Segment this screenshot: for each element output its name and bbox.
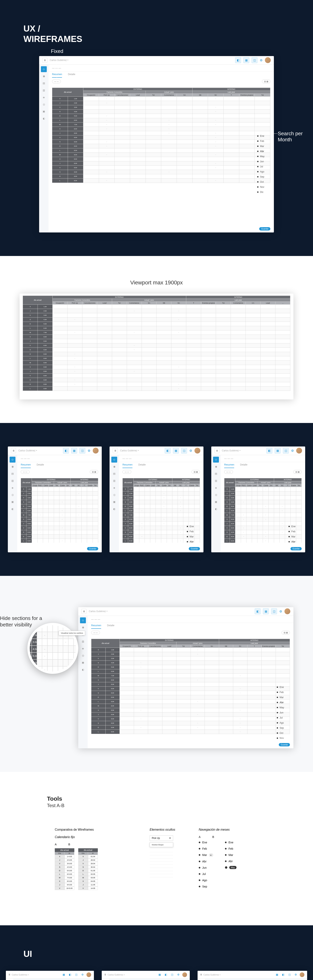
- action-1-icon[interactable]: ◧: [266, 448, 272, 453]
- nav-a-Feb[interactable]: Feb: [199, 847, 213, 850]
- nav-a-Jun[interactable]: Jun: [199, 866, 213, 869]
- sidebar-item-0[interactable]: ◇: [213, 457, 219, 463]
- sidebar-item-7[interactable]: ◐: [80, 667, 86, 673]
- menu-icon[interactable]: ☰: [81, 609, 87, 614]
- sidebar-item-6[interactable]: ▣: [9, 499, 16, 505]
- sidebar-item-3[interactable]: ▥: [213, 478, 219, 484]
- save-button[interactable]: Guardar: [279, 743, 290, 746]
- month-item-Jul[interactable]: Jul: [257, 165, 264, 168]
- filter-button[interactable]: — —: [122, 470, 131, 474]
- action-1-icon[interactable]: ◧: [165, 448, 171, 453]
- filter-button[interactable]: — —: [224, 470, 233, 474]
- nav-b-Abr[interactable]: Abr: [225, 860, 237, 863]
- grid-icon[interactable]: ▦: [62, 972, 66, 977]
- month-item-Oct[interactable]: Oct: [277, 732, 284, 734]
- sidebar-item-4[interactable]: ◈: [80, 646, 86, 652]
- month-item-Abr[interactable]: Abr: [289, 540, 296, 543]
- avatar[interactable]: [265, 57, 271, 63]
- avatar[interactable]: [182, 972, 187, 977]
- action-2-icon[interactable]: ▦: [173, 448, 179, 453]
- layout-icon[interactable]: ◧: [68, 972, 73, 977]
- sidebar-item-2[interactable]: ▤: [41, 80, 47, 86]
- view-toggle[interactable]: ▤ ▦: [191, 470, 200, 474]
- month-item-Feb[interactable]: Feb: [187, 530, 194, 533]
- tab-resumen[interactable]: Resumen: [21, 463, 31, 468]
- grid-icon[interactable]: ▦: [275, 972, 279, 977]
- month-item-Feb[interactable]: Feb: [289, 530, 296, 533]
- month-item-Jun[interactable]: Jun: [277, 711, 284, 714]
- sidebar-item-4[interactable]: ◈: [111, 485, 117, 491]
- avatar[interactable]: [93, 448, 99, 453]
- sidebar-item-0[interactable]: ◇: [9, 457, 16, 463]
- tab-detalle[interactable]: Detalle: [107, 624, 114, 629]
- sidebar-item-3[interactable]: ▥: [9, 478, 16, 484]
- save-button[interactable]: Guardar: [291, 547, 302, 550]
- nav-a-Ago[interactable]: Ago: [199, 879, 213, 882]
- layout-icon[interactable]: ◧: [281, 972, 286, 977]
- avatar[interactable]: [296, 448, 302, 453]
- menu-icon[interactable]: ☰: [11, 448, 16, 453]
- sidebar-item-3[interactable]: ▥: [80, 639, 86, 644]
- action-2-icon[interactable]: ▦: [71, 448, 77, 453]
- month-item-Sep[interactable]: Sep: [257, 175, 264, 178]
- view-toggle[interactable]: ▤ ▦: [293, 470, 302, 474]
- month-item-Abr[interactable]: Abr: [187, 540, 194, 543]
- month-item-Jun[interactable]: Jun: [257, 160, 264, 163]
- action-3-icon[interactable]: ◫: [181, 448, 187, 453]
- sidebar-item-1[interactable]: ◉: [111, 464, 117, 469]
- sidebar-item-4[interactable]: ◈: [9, 485, 16, 491]
- gear-icon[interactable]: ⚙: [80, 972, 85, 977]
- sidebar-item-1[interactable]: ◉: [41, 73, 47, 79]
- month-item-Sep[interactable]: Sep: [277, 727, 284, 729]
- tab-resumen[interactable]: Resumen: [52, 73, 62, 78]
- month-item-Dic[interactable]: Dic: [257, 191, 264, 194]
- action-2-icon[interactable]: ▦: [243, 57, 249, 63]
- sidebar-item-4[interactable]: ◈: [213, 485, 219, 491]
- menu-icon[interactable]: ☰: [113, 448, 118, 453]
- gear-icon[interactable]: ⚙: [293, 972, 298, 977]
- tools-icon[interactable]: ◫: [287, 972, 292, 977]
- sidebar-item-1[interactable]: ◉: [80, 624, 86, 630]
- avatar[interactable]: [87, 972, 91, 977]
- action-3-icon[interactable]: ◫: [283, 448, 289, 453]
- month-item-Mar[interactable]: Mar: [187, 535, 194, 538]
- sidebar-item-0[interactable]: ◇: [111, 457, 117, 463]
- month-item-Jul[interactable]: Jul: [277, 716, 284, 719]
- tab-resumen[interactable]: Resumen: [224, 463, 234, 468]
- sidebar-item-2[interactable]: ▤: [9, 471, 16, 477]
- tab-resumen[interactable]: Resumen: [122, 463, 133, 468]
- avatar[interactable]: [285, 608, 290, 614]
- sidebar-item-5[interactable]: ◎: [80, 653, 86, 659]
- month-item-Ago[interactable]: Ago: [277, 721, 284, 724]
- menu-icon[interactable]: ☰: [42, 57, 47, 63]
- sidebar-item-1[interactable]: ◉: [9, 464, 16, 469]
- sidebar-item-4[interactable]: ◈: [41, 94, 47, 100]
- action-3-icon[interactable]: ◫: [79, 448, 85, 453]
- grid-icon[interactable]: ▦: [157, 972, 162, 977]
- sidebar-item-6[interactable]: ▣: [213, 499, 219, 505]
- view-toggle[interactable]: ▤ ▦: [262, 80, 270, 83]
- filter-button[interactable]: — —: [52, 80, 61, 83]
- nav-a-Abr[interactable]: Abr: [199, 860, 213, 863]
- hidden-select[interactable]: Pick Up ✕: [150, 835, 173, 841]
- tools-icon[interactable]: ◫: [170, 972, 174, 977]
- sidebar-item-1[interactable]: ◉: [213, 464, 219, 469]
- action-1-icon[interactable]: ◧: [235, 57, 241, 63]
- save-button[interactable]: Guardar: [87, 547, 98, 550]
- month-item-Nov[interactable]: Nov: [257, 186, 264, 188]
- sidebar-item-7[interactable]: ◐: [213, 506, 219, 512]
- tools-icon[interactable]: ◫: [74, 972, 79, 977]
- nav-a-Jul[interactable]: Jul: [199, 872, 213, 875]
- sidebar-item-5[interactable]: ◎: [111, 492, 117, 498]
- sidebar-item-6[interactable]: ▣: [41, 108, 47, 115]
- month-item-Mar[interactable]: Mar: [257, 145, 264, 148]
- tab-detalle[interactable]: Detalle: [36, 463, 44, 468]
- avatar[interactable]: [300, 972, 304, 977]
- sidebar-item-2[interactable]: ▤: [111, 471, 117, 477]
- menu-icon[interactable]: ☰: [9, 974, 10, 976]
- tab-detalle[interactable]: Detalle: [68, 73, 75, 78]
- month-item-Nov[interactable]: Nov: [277, 737, 284, 739]
- sidebar-item-7[interactable]: ◐: [41, 116, 47, 121]
- sidebar-item-5[interactable]: ◎: [9, 492, 16, 498]
- nav-b-Mar[interactable]: Mar: [225, 853, 237, 856]
